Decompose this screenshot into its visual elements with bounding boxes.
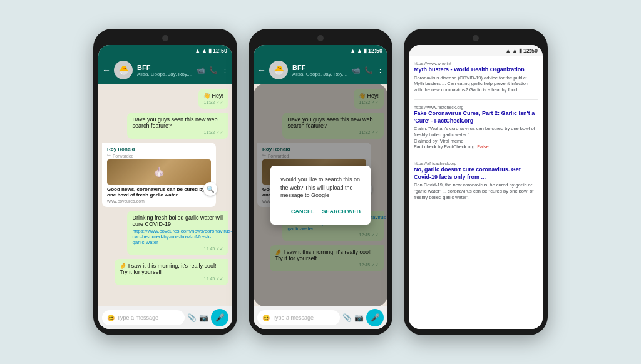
search-web-button[interactable]: SEARCH WEB	[322, 208, 361, 215]
chat-area-2: 👋 Hey! 11:32 ✓✓ Have you guys seen this …	[254, 84, 387, 306]
front-camera-2	[317, 35, 324, 41]
message-saw-it: 🤌 I saw it this morning, it's really coo…	[115, 259, 228, 285]
front-camera-3	[473, 35, 479, 41]
wifi-icon: ▲	[202, 48, 207, 54]
status-bar-1: ▲ ▲ ▮ 12:50	[98, 45, 232, 56]
result-title-2[interactable]: Fake Coronavirus Cures, Part 2: Garlic I…	[414, 110, 538, 124]
menu-icon-2[interactable]: ⋮	[377, 66, 384, 74]
dialog-overlay: Would you like to search this on the web…	[254, 84, 387, 306]
signal-icon: ▲	[195, 48, 200, 54]
emoji-picker-icon: 😊	[107, 315, 115, 321]
status-bar-2: ▲ ▲ ▮ 12:50	[254, 45, 387, 56]
fact-check-value: False	[477, 144, 488, 149]
phone-screen-2: ▲ ▲ ▮ 12:50 ← 🐣 BFF Alisa, Coops, Jay, R…	[254, 45, 387, 329]
avatar-1: 🐣	[114, 61, 133, 79]
hey-time: 11:32 ✓✓	[203, 100, 223, 105]
message-input-2[interactable]: 😊 Type a message	[257, 310, 340, 325]
result-url-1: https://www.who.int	[414, 61, 538, 66]
search-result-3: https://africacheck.org No, garlic doesn…	[414, 161, 538, 201]
emoji-picker-icon-2: 😊	[262, 315, 270, 321]
saw-time: 12:45 ✓✓	[120, 276, 223, 281]
time-display: 12:50	[213, 48, 227, 54]
header-info-1: BFF Alisa, Coops, Jay, Roy,...	[137, 64, 193, 77]
cure-link[interactable]: https://www.covcures.com/news/coronaviru…	[132, 228, 223, 245]
phone-screen-3: ▲ ▲ ▮ 12:50 https://www.who.int Myth bus…	[409, 45, 543, 329]
video-call-icon-2[interactable]: 📹	[352, 66, 361, 74]
status-bar-3: ▲ ▲ ▮ 12:50	[409, 45, 543, 56]
garlic-image: 🧄	[107, 159, 211, 185]
search-web-btn-1[interactable]: 🔍	[203, 182, 217, 196]
battery-icon-2: ▮	[364, 48, 367, 54]
back-arrow-icon-2[interactable]: ←	[257, 65, 266, 75]
group-members-2: Alisa, Coops, Jay, Roy,...	[292, 71, 349, 77]
status-icons-2: ▲ ▲ ▮ 12:50	[350, 48, 382, 54]
battery-icon-3: ▮	[519, 48, 522, 54]
input-placeholder-1: Type a message	[117, 315, 158, 321]
message-input-1[interactable]: 😊 Type a message	[102, 310, 185, 325]
divider-2	[414, 156, 538, 156]
result-snippet-3: Can Covid-19, the new coronavirus, be cu…	[414, 182, 538, 200]
time-display-3: 12:50	[523, 48, 538, 54]
attach-icon[interactable]: 📎	[187, 313, 197, 322]
forwarded-bubble-1: Roy Ronald ↪Forwarded 🧄 Good news, coron…	[102, 143, 216, 207]
camera-icon[interactable]: 📷	[199, 313, 208, 322]
fact-check-label: Fact check by FactCheck.org: False	[414, 144, 538, 149]
phone-2: ▲ ▲ ▮ 12:50 ← 🐣 BFF Alisa, Coops, Jay, R…	[249, 29, 392, 335]
input-bar-1: 😊 Type a message 📎 📷 🎤	[98, 306, 232, 329]
cancel-button[interactable]: CANCEL	[291, 208, 315, 215]
sender-name: Roy Ronald	[107, 146, 211, 152]
question-time: 11:32 ✓✓	[132, 130, 223, 135]
video-call-icon[interactable]: 📹	[197, 66, 205, 74]
wifi-icon-2: ▲	[357, 48, 362, 54]
dialog-message: Would you like to search this on the web…	[280, 176, 361, 200]
result-url-3: https://africacheck.org	[414, 161, 538, 166]
search-dialog: Would you like to search this on the web…	[270, 166, 371, 225]
drinking-text: Drinking fresh boiled garlic water will …	[132, 215, 223, 227]
back-arrow-icon[interactable]: ←	[102, 65, 111, 75]
message-question-1: Have you guys seen this new web search f…	[127, 113, 228, 139]
browser-content: https://www.who.int Myth busters - World…	[409, 56, 543, 329]
status-icons: ▲ ▲ ▮ 12:50	[195, 48, 227, 54]
call-icon-2[interactable]: 📞	[364, 66, 373, 74]
battery-icon: ▮	[208, 48, 212, 54]
signal-icon-3: ▲	[505, 48, 511, 54]
question-text: Have you guys seen this new web search f…	[132, 116, 217, 129]
saw-it-text: 🤌 I saw it this morning, it's really coo…	[120, 263, 216, 275]
result-title-3[interactable]: No, garlic doesn't cure coronavirus. Get…	[414, 166, 538, 181]
group-name-1: BFF	[137, 64, 193, 71]
phone-1: ▲ ▲ ▮ 12:50 ← 🐣 BFF Alisa, Coops, Jay, R…	[93, 29, 237, 335]
group-name-2: BFF	[292, 64, 349, 71]
result-title-1[interactable]: Myth busters - World Health Organization	[414, 66, 538, 74]
time-display-2: 12:50	[368, 48, 382, 54]
hey-text: 👋 Hey!	[203, 93, 223, 99]
mic-button-2[interactable]: 🎤	[366, 309, 384, 326]
header-info-2: BFF Alisa, Coops, Jay, Roy,...	[292, 64, 349, 77]
search-result-1: https://www.who.int Myth busters - World…	[414, 61, 538, 93]
camera-icon-2[interactable]: 📷	[354, 313, 364, 322]
search-result-2: https://www.factcheck.org Fake Coronavir…	[414, 105, 538, 149]
menu-icon[interactable]: ⋮	[222, 66, 228, 74]
front-camera	[162, 35, 168, 41]
attach-icon-2[interactable]: 📎	[342, 313, 352, 322]
whatsapp-header-1: ← 🐣 BFF Alisa, Coops, Jay, Roy,... 📹 📞 ⋮	[98, 56, 232, 84]
input-bar-2: 😊 Type a message 📎 📷 🎤	[254, 306, 387, 329]
result-snippet-2: Claim: "Wuhan's corona virus can be cure…	[414, 126, 538, 138]
header-action-icons-1: 📹 📞 ⋮	[197, 66, 228, 74]
divider-1	[414, 99, 538, 100]
avatar-2: 🐣	[269, 61, 288, 79]
call-icon[interactable]: 📞	[209, 66, 218, 74]
group-members-1: Alisa, Coops, Jay, Roy,...	[137, 71, 193, 77]
claimed-by-label: Claimed by: Viral meme	[414, 138, 538, 144]
message-hey-1: 👋 Hey! 11:32 ✓✓	[198, 89, 228, 109]
drinking-time: 12:45 ✓✓	[132, 246, 223, 251]
input-placeholder-2: Type a message	[272, 315, 314, 321]
result-url-2: https://www.factcheck.org	[414, 105, 538, 109]
result-snippet-1: Coronavirus disease (COVID-19) advice fo…	[414, 75, 538, 93]
source-link: www.covcures.com	[107, 199, 211, 203]
fwd-msg-text: Good news, coronavirus can be cured by o…	[107, 186, 211, 198]
mic-button-1[interactable]: 🎤	[211, 309, 228, 326]
status-icons-3: ▲ ▲ ▮ 12:50	[505, 48, 538, 54]
phone-3: ▲ ▲ ▮ 12:50 https://www.who.int Myth bus…	[404, 29, 548, 335]
signal-icon-2: ▲	[350, 48, 356, 54]
whatsapp-header-2: ← 🐣 BFF Alisa, Coops, Jay, Roy,... 📹 📞 ⋮	[254, 56, 387, 84]
